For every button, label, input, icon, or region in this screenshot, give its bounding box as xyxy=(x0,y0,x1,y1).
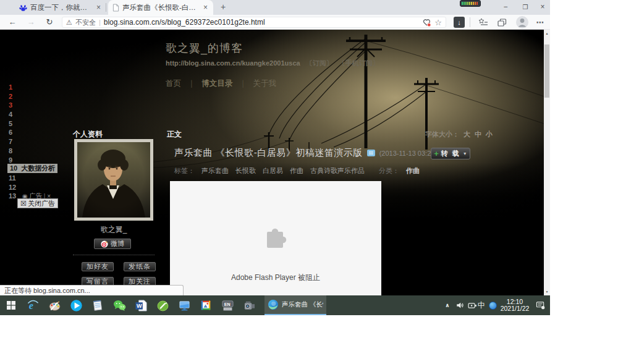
paint-app-icon[interactable] xyxy=(47,298,62,312)
add-friend-button[interactable]: 加好友 xyxy=(82,262,114,271)
url-text[interactable]: blog.sina.com.cn/s/blog_629372ec0101g2te… xyxy=(104,18,420,27)
tray-chevron[interactable]: ∧ xyxy=(442,295,452,315)
hotlist-label: 大数据分析 xyxy=(21,164,55,173)
volume-icon[interactable] xyxy=(454,295,465,315)
taskbar-edge-window[interactable]: 声乐套曲 《长恨歌-... xyxy=(265,295,326,315)
back-button[interactable]: ← xyxy=(6,16,19,28)
hotlist-item[interactable]: 4 xyxy=(9,110,12,119)
nav-home-link[interactable]: 首页 xyxy=(166,79,181,88)
tag-link[interactable]: 作曲 xyxy=(290,166,303,176)
tencent-video-icon[interactable] xyxy=(69,298,83,312)
photo-viewer-icon[interactable] xyxy=(198,298,213,312)
profile-avatar[interactable] xyxy=(516,16,528,28)
nav-separator: ｜ xyxy=(187,79,195,88)
hotlist-item[interactable]: 3 xyxy=(9,101,12,109)
restore-button[interactable]: ❐ xyxy=(515,0,535,15)
scroll-down-arrow[interactable]: ▼ xyxy=(544,289,550,295)
scrollbar-thumb[interactable] xyxy=(544,44,549,98)
remote-desktop-icon[interactable] xyxy=(177,298,192,312)
action-center-icon[interactable] xyxy=(534,295,546,315)
font-size-large[interactable]: 大 xyxy=(464,130,470,139)
taskbar-clock[interactable]: 12:10 2021/1/22 xyxy=(498,295,531,315)
tab-title: 百度一下，你就知道 xyxy=(30,3,92,12)
profile-name: 歌之翼_ xyxy=(74,224,153,235)
blog-nav: 首页 ｜ 博文目录 ｜ 关于我 xyxy=(166,78,276,89)
tab-close-icon[interactable]: × xyxy=(95,3,102,12)
word-icon[interactable]: W xyxy=(133,298,148,312)
clock-date: 2021/1/22 xyxy=(501,305,530,313)
hotlist-item[interactable]: 12 xyxy=(9,183,16,192)
heart-badge-icon[interactable] xyxy=(422,18,431,27)
video-recorder-icon[interactable] xyxy=(242,298,256,312)
weibo-label: 微博 xyxy=(111,239,124,248)
wechat-icon[interactable] xyxy=(112,298,127,312)
hotlist-item[interactable]: 7 xyxy=(9,137,12,146)
weibo-icon xyxy=(101,240,108,248)
repost-button[interactable]: + 转 载 ▼ xyxy=(431,148,470,159)
hotlist-item[interactable]: 9 xyxy=(9,156,12,164)
nav-separator: ｜ xyxy=(239,79,247,88)
tag-link[interactable]: 白居易 xyxy=(263,166,283,176)
notepad-app-icon[interactable] xyxy=(90,298,105,312)
forward-button[interactable]: → xyxy=(25,16,37,28)
font-size-label: 字体大小： xyxy=(425,130,459,139)
font-size-controls: 字体大小： 大 中 小 xyxy=(425,130,493,139)
nav-about-link[interactable]: 关于我 xyxy=(253,79,276,88)
tag-link[interactable]: 长恨歌 xyxy=(235,166,256,176)
hotlist-item[interactable]: 5 xyxy=(9,119,12,128)
svg-text:W: W xyxy=(137,303,142,309)
favorites-bar-icon[interactable] xyxy=(477,17,489,28)
tab-active-blog[interactable]: 声乐套曲《长恨歌-白居易》初稿 × xyxy=(108,0,213,15)
subscribe-link[interactable]: 〔订阅〕 xyxy=(306,59,333,67)
font-size-medium[interactable]: 中 xyxy=(475,130,481,139)
tag-link[interactable]: 声乐套曲 xyxy=(201,166,229,176)
weibo-button[interactable]: 微博 xyxy=(94,239,131,249)
blog-url[interactable]: http://blog.sina.com.cn/kuangke2001usca xyxy=(166,59,300,67)
nav-archive-link[interactable]: 博文目录 xyxy=(201,79,232,88)
favorite-star-icon[interactable]: ☆ xyxy=(434,18,442,27)
baidu-favicon-icon xyxy=(19,4,27,12)
hotlist-item[interactable]: 2 xyxy=(9,92,12,101)
category-link[interactable]: 作曲 xyxy=(406,166,420,176)
screen: 百度一下，你就知道 × 声乐套曲《长恨歌-白居易》初稿 × + − ❐ × ← xyxy=(0,0,550,315)
refresh-button[interactable]: ↻ xyxy=(43,16,56,28)
post-doc-icon[interactable] xyxy=(367,150,375,156)
ime-indicator[interactable]: 中 xyxy=(476,295,487,315)
hotlist-item[interactable]: 13 xyxy=(9,192,16,200)
post-title-row: 声乐套曲 《长恨歌-白居易》初稿迷笛演示版 (2013-11-13 03:20:… xyxy=(174,147,446,159)
close-ad-label: 关闭广告 xyxy=(28,199,55,208)
menu-dots-button[interactable]: ⋯ xyxy=(534,17,546,28)
extension-download-icon[interactable]: ↓ xyxy=(454,17,465,28)
green-notes-app-icon[interactable] xyxy=(155,298,170,312)
flash-blocked-box[interactable]: Adobe Flash Player 被阻止 xyxy=(170,181,381,295)
tab-close-icon[interactable]: × xyxy=(202,3,209,12)
divider xyxy=(73,255,154,255)
hotlist-item-highlighted[interactable]: 10 大数据分析 xyxy=(7,164,57,173)
close-window-button[interactable]: × xyxy=(535,0,550,15)
hotlist-rank: 10 xyxy=(10,164,17,173)
post-section-title: 正文 xyxy=(167,129,182,140)
collections-icon[interactable] xyxy=(496,17,508,28)
page-scrollbar[interactable]: ▲ ▼ xyxy=(544,30,550,295)
language-input-EN-icon[interactable]: EN xyxy=(220,298,235,312)
hotlist-item[interactable]: 1 xyxy=(9,83,12,91)
hotlist-item[interactable]: 6 xyxy=(9,128,12,137)
address-bar[interactable]: ⚠ 不安全 | blog.sina.com.cn/s/blog_629372ec… xyxy=(62,17,446,28)
font-size-small[interactable]: 小 xyxy=(486,130,493,139)
plus-icon: + xyxy=(434,150,439,158)
send-note-button[interactable]: 发纸条 xyxy=(124,262,156,271)
security-label: 不安全 xyxy=(75,18,96,27)
tray-app-icon[interactable] xyxy=(488,295,497,315)
mobile-subscribe-link[interactable]: 〔手机订阅〕 xyxy=(339,59,379,67)
start-button[interactable] xyxy=(4,298,19,312)
new-tab-button[interactable]: + xyxy=(218,2,229,13)
internet-explorer-icon[interactable]: e xyxy=(25,298,40,312)
scroll-up-arrow[interactable]: ▲ xyxy=(544,30,550,36)
tag-link[interactable]: 古典诗歌声乐作品 xyxy=(310,166,365,176)
close-ad-button[interactable]: ☒ 关闭广告 xyxy=(17,198,58,208)
tab-baidu[interactable]: 百度一下，你就知道 × xyxy=(15,0,106,15)
hotlist-item[interactable]: 8 xyxy=(9,146,12,155)
category-label: 分类： xyxy=(379,166,399,176)
minimize-button[interactable]: − xyxy=(496,0,515,15)
hotlist-item[interactable]: 11 xyxy=(9,174,16,182)
